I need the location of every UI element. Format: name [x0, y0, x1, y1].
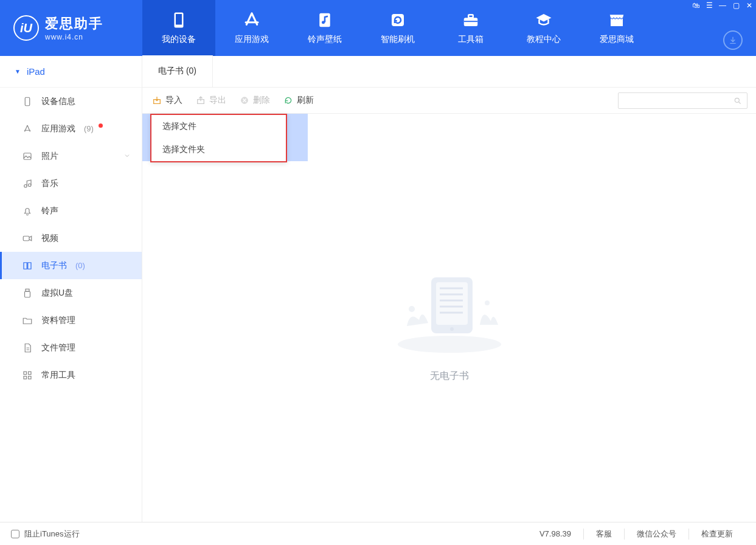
nav-flash[interactable]: 智能刷机 — [361, 0, 434, 56]
import-label: 导入 — [165, 95, 182, 106]
svg-rect-12 — [23, 236, 29, 241]
svg-rect-17 — [24, 376, 27, 379]
sidebar-item-count: (9) — [84, 124, 94, 133]
sidebar-item-label: 电子书 — [41, 260, 67, 271]
nav-toolbox[interactable]: 工具箱 — [434, 0, 507, 56]
sidebar-item-video[interactable]: 视频 — [0, 224, 142, 252]
folder-icon — [22, 315, 33, 326]
sidebar-item-label: 资料管理 — [41, 315, 75, 326]
device-icon — [170, 11, 188, 29]
empty-text: 无电子书 — [430, 370, 469, 383]
sidebar-item-device-info[interactable]: 设备信息 — [0, 88, 142, 115]
svg-point-22 — [409, 306, 415, 312]
sidebar-item-photos[interactable]: 照片 — [0, 142, 142, 170]
svg-point-10 — [24, 184, 27, 187]
search-input[interactable] — [618, 92, 747, 109]
sidebar-item-data[interactable]: 资料管理 — [0, 307, 142, 334]
nav-ring-wallpaper[interactable]: 铃声壁纸 — [288, 0, 361, 56]
sidebar-item-label: 文件管理 — [41, 342, 75, 353]
svg-rect-7 — [464, 21, 478, 22]
search-icon — [733, 97, 742, 105]
svg-rect-1 — [176, 14, 182, 25]
sidebar: ▼ iPad 设备信息 应用游戏 (9) 照片 音乐 铃声 视频 — [0, 56, 142, 522]
nav-label: 爱思商城 — [600, 34, 634, 45]
nav-label: 铃声壁纸 — [308, 34, 342, 45]
maximize-button[interactable]: ▢ — [729, 0, 743, 11]
nav-my-device[interactable]: 我的设备 — [142, 0, 215, 56]
sidebar-item-ebook[interactable]: 电子书 (0) — [0, 252, 142, 279]
sidebar-item-files[interactable]: 文件管理 — [0, 334, 142, 361]
import-dropdown: 选择文件 选择文件夹 — [150, 114, 287, 162]
svg-rect-18 — [29, 376, 32, 379]
svg-rect-9 — [24, 153, 31, 159]
status-bar: 阻止iTunes运行 V7.98.39 客服 微信公众号 检查更新 — [0, 522, 756, 545]
empty-state: 无电子书 — [142, 114, 756, 522]
svg-rect-16 — [29, 372, 32, 375]
nav-apps[interactable]: 应用游戏 — [215, 0, 288, 56]
book-icon — [22, 260, 33, 271]
empty-ebook-icon — [389, 253, 510, 356]
minimize-button[interactable]: — — [716, 0, 729, 11]
sidebar-item-ringtone[interactable]: 铃声 — [0, 197, 142, 224]
window-controls: 🛍 ☰ — ▢ ✕ — [689, 0, 756, 11]
graduation-icon — [535, 11, 553, 29]
body: ▼ iPad 设备信息 应用游戏 (9) 照片 音乐 铃声 视频 — [0, 56, 756, 522]
app-header: iU 爱思助手 www.i4.cn 我的设备 应用游戏 铃声壁纸 智能刷机 工具… — [0, 0, 756, 56]
store-icon — [608, 11, 626, 29]
nav-label: 我的设备 — [162, 34, 196, 45]
refresh-icon — [283, 95, 293, 105]
music-icon — [22, 178, 33, 189]
version-label: V7.98.39 — [527, 529, 583, 538]
block-itunes-label: 阻止iTunes运行 — [24, 529, 80, 540]
check-update-link[interactable]: 检查更新 — [688, 529, 745, 540]
svg-rect-4 — [392, 14, 404, 26]
sidebar-item-label: 应用游戏 — [41, 123, 75, 134]
logo-block: iU 爱思助手 www.i4.cn — [0, 0, 142, 56]
nav-label: 教程中心 — [527, 34, 561, 45]
sidebar-item-label: 设备信息 — [41, 96, 75, 107]
logo-icon: iU — [13, 15, 39, 41]
sidebar-item-count: (0) — [75, 261, 85, 270]
document-icon — [22, 342, 33, 353]
wechat-link[interactable]: 微信公众号 — [624, 529, 688, 540]
refresh-button[interactable]: 刷新 — [283, 95, 314, 106]
sidebar-device-header[interactable]: ▼ iPad — [0, 56, 142, 88]
download-icon — [728, 35, 738, 45]
svg-point-21 — [398, 336, 501, 353]
chevron-down-icon — [123, 151, 131, 161]
tab-ebook[interactable]: 电子书 (0) — [142, 55, 213, 87]
nav-label: 应用游戏 — [235, 34, 269, 45]
video-icon — [22, 233, 33, 244]
import-button[interactable]: 导入 — [152, 95, 182, 106]
svg-rect-6 — [468, 15, 473, 18]
close-button[interactable]: ✕ — [743, 0, 756, 11]
refresh-square-icon — [389, 11, 407, 29]
sidebar-item-apps[interactable]: 应用游戏 (9) — [0, 115, 142, 142]
nav-mall[interactable]: 爱思商城 — [580, 0, 653, 56]
delete-button: 删除 — [240, 95, 270, 106]
dropdown-select-folder[interactable]: 选择文件夹 — [151, 138, 286, 161]
sidebar-item-label: 音乐 — [41, 178, 58, 189]
svg-point-11 — [29, 184, 32, 187]
list-button[interactable]: ☰ — [702, 0, 716, 11]
sidebar-item-tools[interactable]: 常用工具 — [0, 361, 142, 389]
app-title: 爱思助手 — [45, 15, 103, 33]
toolbar: 导入 导出 删除 刷新 — [142, 88, 756, 114]
shop-button[interactable]: 🛍 — [689, 0, 702, 11]
logo-text: 爱思助手 www.i4.cn — [45, 15, 103, 41]
support-link[interactable]: 客服 — [583, 529, 624, 540]
import-icon — [152, 95, 162, 105]
usb-icon — [22, 288, 33, 299]
sidebar-item-udisk[interactable]: 虚拟U盘 — [0, 279, 142, 307]
app-url: www.i4.cn — [45, 33, 103, 41]
music-file-icon — [316, 11, 334, 29]
svg-point-20 — [735, 98, 739, 102]
block-itunes-checkbox[interactable] — [11, 530, 19, 538]
nav-tutorial[interactable]: 教程中心 — [507, 0, 580, 56]
export-icon — [196, 95, 206, 105]
sidebar-item-music[interactable]: 音乐 — [0, 170, 142, 197]
badge-dot-icon — [99, 123, 103, 128]
export-button: 导出 — [196, 95, 226, 106]
download-manager-button[interactable] — [723, 30, 743, 50]
dropdown-select-file[interactable]: 选择文件 — [151, 115, 286, 138]
